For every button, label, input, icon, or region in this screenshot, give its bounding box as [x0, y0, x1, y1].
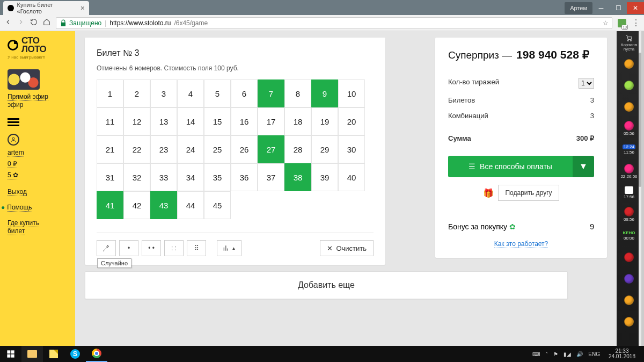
gift-button[interactable]: Подарить другу: [498, 185, 559, 201]
game-shortcut-5[interactable]: 22:26:56: [617, 161, 641, 182]
avatar-icon[interactable]: [8, 134, 19, 146]
number-cell-20[interactable]: 20: [338, 107, 365, 135]
number-cell-27[interactable]: 27: [258, 135, 284, 163]
where-link-1[interactable]: Где купить: [8, 219, 39, 227]
number-cell-17[interactable]: 17: [258, 107, 284, 135]
window-maximize-icon[interactable]: ☐: [610, 2, 627, 14]
balance-link[interactable]: 0 ₽: [8, 160, 17, 168]
number-cell-36[interactable]: 36: [231, 163, 258, 191]
number-cell-11[interactable]: 11: [97, 107, 123, 135]
task-explorer-icon[interactable]: [21, 346, 43, 362]
chrome-menu-icon[interactable]: ⋮: [632, 18, 640, 28]
window-close-icon[interactable]: ✕: [627, 2, 644, 14]
tray-volume-icon[interactable]: 🔊: [576, 351, 583, 357]
nav-back-icon[interactable]: [4, 18, 12, 27]
task-chrome-icon[interactable]: [86, 346, 107, 362]
number-cell-13[interactable]: 13: [150, 107, 177, 135]
system-tray[interactable]: ⌨ ˄ ⚑ ▮◢ 🔊 ENG 21:33 24.01.2018: [527, 349, 644, 360]
game-shortcut-0[interactable]: [617, 53, 641, 75]
draws-select[interactable]: 1: [579, 78, 594, 89]
logo[interactable]: СТО ЛОТО: [8, 37, 68, 54]
number-cell-6[interactable]: 6: [231, 79, 258, 107]
number-cell-30[interactable]: 30: [338, 135, 365, 163]
nav-home-icon[interactable]: [43, 18, 50, 27]
number-cell-37[interactable]: 37: [258, 163, 284, 191]
tab[interactable]: Купить билет «Гослото ×: [3, 1, 89, 15]
number-cell-22[interactable]: 22: [123, 135, 150, 163]
number-cell-43[interactable]: 43: [150, 191, 177, 219]
number-cell-18[interactable]: 18: [284, 107, 311, 135]
cart-icon[interactable]: Корзинапуста: [617, 31, 641, 53]
number-cell-7[interactable]: 7: [258, 79, 284, 107]
number-cell-15[interactable]: 15: [204, 107, 231, 135]
window-minimize-icon[interactable]: ─: [592, 2, 610, 14]
how-link[interactable]: Как это работает?: [494, 240, 548, 248]
number-cell-38[interactable]: 38: [284, 163, 311, 191]
game-shortcut-11[interactable]: [617, 289, 641, 311]
number-cell-29[interactable]: 29: [311, 135, 338, 163]
game-shortcut-2[interactable]: [617, 96, 641, 118]
number-cell-32[interactable]: 32: [123, 163, 150, 191]
dots-4-button[interactable]: : :: [164, 240, 184, 256]
live-link[interactable]: Прямой эфир: [8, 93, 48, 101]
extension-icon[interactable]: [618, 19, 626, 27]
number-cell-16[interactable]: 16: [231, 107, 258, 135]
pay-dropdown[interactable]: ▼: [573, 156, 594, 177]
number-cell-31[interactable]: 31: [97, 163, 123, 191]
number-cell-10[interactable]: 10: [338, 79, 365, 107]
task-skype-icon[interactable]: S: [64, 346, 86, 362]
username-link[interactable]: artem: [8, 149, 24, 157]
number-cell-44[interactable]: 44: [177, 191, 204, 219]
number-cell-25[interactable]: 25: [204, 135, 231, 163]
dots-6-button[interactable]: ⠿: [187, 240, 206, 256]
logout-link[interactable]: Выход: [8, 188, 27, 196]
number-cell-8[interactable]: 8: [284, 79, 311, 107]
number-cell-14[interactable]: 14: [177, 107, 204, 135]
game-shortcut-7[interactable]: 08:56: [617, 204, 641, 225]
number-cell-40[interactable]: 40: [338, 163, 365, 191]
tray-keyboard-icon[interactable]: ⌨: [532, 351, 540, 357]
number-cell-41[interactable]: 41: [97, 191, 123, 219]
number-cell-3[interactable]: 3: [150, 79, 177, 107]
url-input[interactable]: Защищено | https://www.stoloto.ru/6x45/g…: [56, 17, 612, 29]
number-cell-23[interactable]: 23: [150, 135, 177, 163]
tray-network-icon[interactable]: ▮◢: [564, 351, 571, 357]
start-button[interactable]: [0, 346, 21, 362]
tab-close-icon[interactable]: ×: [80, 4, 85, 12]
dots-2-button[interactable]: • •: [142, 240, 161, 256]
help-link[interactable]: Помощь: [8, 204, 32, 212]
game-shortcut-4[interactable]: 12 2411:56: [617, 139, 641, 161]
where-link-2[interactable]: билет: [8, 227, 25, 235]
number-cell-12[interactable]: 12: [123, 107, 150, 135]
number-cell-34[interactable]: 34: [177, 163, 204, 191]
nav-reload-icon[interactable]: [30, 18, 38, 27]
add-more-button[interactable]: Добавить еще: [85, 271, 568, 299]
random-button[interactable]: [97, 240, 116, 256]
dots-1-button[interactable]: •: [119, 240, 138, 256]
tray-lang[interactable]: ENG: [588, 351, 600, 357]
game-shortcut-1[interactable]: [617, 75, 641, 96]
stats-button[interactable]: ▲: [217, 240, 241, 256]
game-shortcut-3[interactable]: 05:56: [617, 118, 641, 139]
number-cell-45[interactable]: 45: [204, 191, 231, 219]
pay-button[interactable]: ☰ Все способы оплаты: [448, 156, 573, 177]
menu-icon[interactable]: [8, 118, 19, 126]
chrome-user[interactable]: Артем: [565, 2, 592, 14]
number-cell-21[interactable]: 21: [97, 135, 123, 163]
number-cell-28[interactable]: 28: [284, 135, 311, 163]
number-cell-39[interactable]: 39: [311, 163, 338, 191]
tray-up-icon[interactable]: ˄: [545, 351, 548, 357]
star-icon[interactable]: ☆: [603, 19, 609, 27]
number-cell-33[interactable]: 33: [150, 163, 177, 191]
number-cell-26[interactable]: 26: [231, 135, 258, 163]
bonus-link[interactable]: 5 ✿: [8, 171, 18, 179]
number-cell-2[interactable]: 2: [123, 79, 150, 107]
number-cell-35[interactable]: 35: [204, 163, 231, 191]
clear-button[interactable]: ✕ Очистить: [320, 240, 374, 256]
game-shortcut-10[interactable]: [617, 268, 641, 289]
game-shortcut-12[interactable]: [617, 311, 641, 332]
number-cell-19[interactable]: 19: [311, 107, 338, 135]
game-shortcut-9[interactable]: [617, 247, 641, 268]
live-thumbnail[interactable]: [8, 69, 40, 90]
vertical-scrollbar[interactable]: [639, 31, 641, 346]
